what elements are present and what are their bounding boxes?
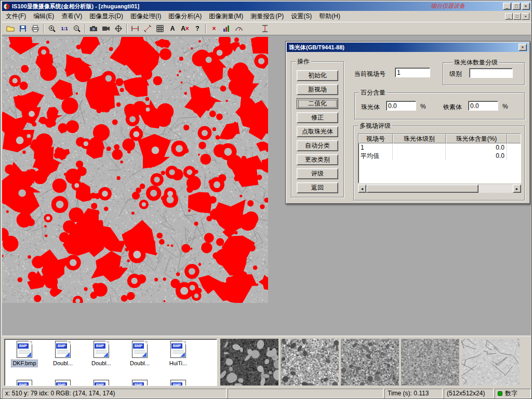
file-name[interactable]: DKF.bmp xyxy=(11,360,37,367)
file-item[interactable]: BMP DKF.bmp xyxy=(6,341,43,367)
return-button[interactable]: 返回 xyxy=(297,182,338,193)
menu-image-measure[interactable]: 图像测量(M) xyxy=(205,11,247,22)
menu-image-analysis[interactable]: 图像分析(A) xyxy=(165,11,205,22)
file-name[interactable]: HuiTi... xyxy=(168,360,188,367)
file-name[interactable]: Doubl... xyxy=(52,360,74,367)
grid-measure-icon[interactable] xyxy=(154,23,166,34)
file-item[interactable]: BMP Doubl... xyxy=(83,341,120,367)
menu-view[interactable]: 查看(V) xyxy=(58,11,86,22)
video-camera-icon[interactable] xyxy=(100,23,112,34)
pearlite-percent-input[interactable] xyxy=(386,101,416,111)
file-name[interactable]: Doubl... xyxy=(90,360,112,367)
file-name[interactable]: Doubl... xyxy=(129,360,151,367)
pearlite-label: 珠光体 xyxy=(361,103,380,112)
file-item[interactable]: BMP xyxy=(6,380,43,386)
menu-file[interactable]: 文件(F) xyxy=(2,11,30,22)
new-field-button[interactable]: 新视场 xyxy=(297,84,338,95)
mdi-workspace: 珠光体(GB/T9441-88) × 操作 初始化 新视场 二值化 修正 点取珠… xyxy=(2,35,531,336)
correct-button[interactable]: 修正 xyxy=(297,112,338,123)
resolution-status: (512x512x24) xyxy=(444,389,494,398)
save-icon[interactable] xyxy=(17,23,29,34)
table-row[interactable]: 平均值 0.0 xyxy=(358,152,521,160)
maximize-button[interactable]: □ xyxy=(512,3,521,10)
dialog-title: 珠光体(GB/T9441-88) xyxy=(289,44,344,51)
gauge-icon[interactable] xyxy=(233,23,245,34)
caliper-diagonal-icon[interactable] xyxy=(141,23,154,34)
file-item[interactable]: BMP xyxy=(121,380,158,386)
scroll-right-icon[interactable]: ► xyxy=(513,184,521,193)
mdi-close-button[interactable]: × xyxy=(522,13,529,20)
mdi-restore-button[interactable]: □ xyxy=(513,13,521,20)
percent-group: 百分含量 珠光体 % 铁素体 % xyxy=(354,92,525,119)
print-icon[interactable] xyxy=(29,23,42,34)
file-item[interactable]: BMP xyxy=(83,380,120,386)
file-item[interactable]: BMP Doubl... xyxy=(121,341,158,367)
binarize-button[interactable]: 二值化 xyxy=(297,98,338,109)
zoom-in-icon[interactable] xyxy=(46,23,58,34)
cell-grade xyxy=(393,143,446,152)
class-analysis-icon[interactable] xyxy=(220,23,233,34)
change-class-button[interactable]: 更改类别 xyxy=(297,154,338,165)
open-icon[interactable] xyxy=(4,23,17,34)
menu-image-process[interactable]: 图像处理(I) xyxy=(127,11,165,22)
zoom-out-icon[interactable] xyxy=(71,23,83,34)
scrollbar-thumb[interactable] xyxy=(366,184,478,193)
bmp-file-icon: BMP xyxy=(55,380,71,386)
init-button[interactable]: 初始化 xyxy=(297,70,338,81)
bmp-file-icon: BMP xyxy=(170,380,186,386)
grade-button[interactable]: 评级 xyxy=(297,168,338,179)
cut-icon[interactable]: × xyxy=(208,23,220,34)
menu-report[interactable]: 测量报告(P) xyxy=(247,11,287,22)
col-ferrite: 铁素 xyxy=(507,134,521,143)
operation-group: 操作 初始化 新视场 二值化 修正 点取珠光体 自动分类 更改类别 评级 返回 xyxy=(291,61,344,197)
multiview-table[interactable]: 视场号 珠光体级别 珠光体含量(%) 铁素 1 0.0 平均值 xyxy=(358,134,521,183)
table-header: 视场号 珠光体级别 珠光体含量(%) 铁素 xyxy=(358,134,521,143)
thumbnail-image[interactable] xyxy=(461,339,520,385)
menu-help[interactable]: 帮助(H) xyxy=(315,11,344,22)
file-item[interactable]: BMP xyxy=(44,380,82,386)
toolbar-separator xyxy=(43,24,44,33)
camera-icon[interactable] xyxy=(87,23,100,34)
thumbnail-image[interactable] xyxy=(401,339,459,385)
current-field-input[interactable] xyxy=(395,68,430,77)
menu-image-display[interactable]: 图像显示(D) xyxy=(86,11,127,22)
dialog-title-bar[interactable]: 珠光体(GB/T9441-88) × xyxy=(287,43,529,52)
menu-bar: 文件(F) 编辑(E) 查看(V) 图像显示(D) 图像处理(I) 图像分析(A… xyxy=(2,11,531,21)
menu-edit[interactable]: 编辑(E) xyxy=(30,11,58,22)
bmp-file-icon: BMP xyxy=(94,380,109,386)
thumbnail-image[interactable] xyxy=(341,339,399,385)
capture-target-icon[interactable] xyxy=(112,23,125,34)
close-button[interactable]: × xyxy=(522,3,530,10)
pick-pearlite-button[interactable]: 点取珠光体 xyxy=(297,126,338,137)
file-browser[interactable]: BMP DKF.bmp BMP Doubl... BMP Doubl... BM… xyxy=(4,339,217,386)
thumbnail-image[interactable] xyxy=(220,339,278,385)
caliper-horizontal-icon[interactable] xyxy=(129,23,141,34)
minimize-button[interactable]: _ xyxy=(503,3,511,10)
multiview-group: 多视场评级 视场号 珠光体级别 珠光体含量(%) 铁素 1 0.0 xyxy=(353,126,525,201)
file-item[interactable]: BMP Doubl... xyxy=(44,341,82,367)
level-input[interactable] xyxy=(469,68,513,78)
file-item[interactable]: BMP xyxy=(159,380,197,386)
help-icon[interactable]: ? xyxy=(191,23,204,34)
actual-size-icon[interactable]: 1:1 xyxy=(58,23,71,34)
app-icon xyxy=(3,3,10,10)
status-bar: x: 510 y: 79 idx: 0 RGB: (174, 174, 174)… xyxy=(2,389,531,398)
cell-field: 平均值 xyxy=(358,152,393,160)
scroll-left-icon[interactable]: ◄ xyxy=(358,184,366,193)
auto-classify-button[interactable]: 自动分类 xyxy=(297,140,338,151)
mode-status: 数字 xyxy=(495,389,531,398)
dialog-close-icon[interactable]: × xyxy=(518,44,527,51)
menu-settings[interactable]: 设置(S) xyxy=(287,11,315,22)
mdi-minimize-button[interactable]: _ xyxy=(505,13,513,20)
file-item[interactable]: BMP HuiTi... xyxy=(159,341,197,367)
bmp-file-icon: BMP xyxy=(170,341,186,358)
caliper-vertical-icon[interactable] xyxy=(259,23,271,34)
toolbar-separator xyxy=(126,24,127,33)
metallograph-image[interactable] xyxy=(2,37,268,303)
font-icon[interactable]: A xyxy=(166,23,179,34)
ferrite-percent-input[interactable] xyxy=(468,101,498,111)
table-hscrollbar[interactable]: ◄ ► xyxy=(358,184,521,193)
thumbnail-image[interactable] xyxy=(281,339,339,385)
font-remove-icon[interactable]: A× xyxy=(179,23,191,34)
table-row[interactable]: 1 0.0 xyxy=(358,143,521,152)
